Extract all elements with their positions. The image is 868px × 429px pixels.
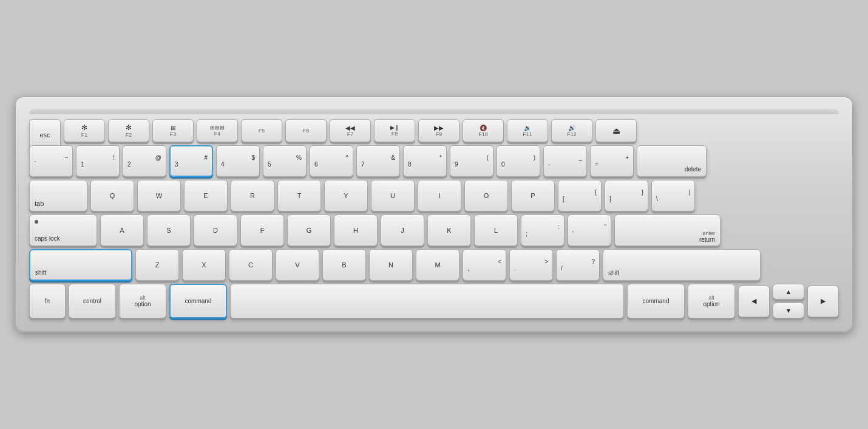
key-f10[interactable]: 🔇F10 — [463, 119, 504, 142]
key-shift-left[interactable]: shift — [29, 249, 132, 281]
key-f12[interactable]: 🔊F12 — [551, 119, 592, 142]
arrow-keys: ◀ ▲ ▼ ▶ — [738, 284, 839, 318]
tab-row: tab Q W E R T Y U I O P { [ } ] | \ — [29, 180, 839, 211]
key-comma[interactable]: < , — [463, 249, 506, 281]
key-fn[interactable]: fn — [29, 284, 66, 318]
key-rbracket[interactable]: } ] — [605, 180, 648, 211]
fn-row: esc ✻F1 ✻F2 ⊞F3 ⊞⊞⊞F4 F5 F6 ◀◀F7 ▶ ‖F8 ▶… — [29, 119, 839, 142]
keyboard: esc ✻F1 ✻F2 ⊞F3 ⊞⊞⊞F4 F5 F6 ◀◀F7 ▶ ‖F8 ▶… — [15, 97, 853, 332]
key-7[interactable]: & 7 — [356, 145, 400, 177]
key-e[interactable]: E — [184, 180, 228, 211]
key-f6[interactable]: F6 — [285, 119, 327, 142]
key-tab[interactable]: tab — [29, 180, 87, 211]
key-b[interactable]: B — [322, 249, 366, 281]
key-semicolon[interactable]: : ; — [521, 214, 565, 246]
key-minus[interactable]: _ - — [543, 145, 587, 177]
key-arrow-down[interactable]: ▼ — [773, 303, 804, 318]
key-m[interactable]: M — [416, 249, 459, 281]
key-period[interactable]: > . — [509, 249, 553, 281]
keyboard-rows: esc ✻F1 ✻F2 ⊞F3 ⊞⊞⊞F4 F5 F6 ◀◀F7 ▶ ‖F8 ▶… — [29, 119, 839, 318]
key-0[interactable]: ) 0 — [497, 145, 540, 177]
key-w[interactable]: W — [137, 180, 181, 211]
key-control[interactable]: control — [69, 284, 116, 318]
key-6[interactable]: ^ 6 — [310, 145, 353, 177]
caps-row: caps lock A S D F G H J K L : ; " ' ente… — [29, 214, 839, 246]
shift-row: shift Z X C V B N M < , > . ? / shift — [29, 249, 839, 281]
key-o[interactable]: O — [464, 180, 508, 211]
key-4[interactable]: $ 4 — [216, 145, 260, 177]
keyboard-top-bar — [29, 108, 839, 114]
key-eject[interactable]: ⏏ — [595, 119, 637, 142]
key-1[interactable]: ! 1 — [76, 145, 120, 177]
key-f4[interactable]: ⊞⊞⊞F4 — [197, 119, 238, 142]
key-a[interactable]: A — [100, 214, 144, 246]
key-esc-label: esc — [39, 131, 50, 139]
key-y[interactable]: Y — [324, 180, 368, 211]
key-h[interactable]: H — [334, 214, 378, 246]
key-arrow-up[interactable]: ▲ — [773, 284, 804, 300]
key-caps-lock[interactable]: caps lock — [29, 214, 97, 246]
key-s[interactable]: S — [147, 214, 191, 246]
key-n[interactable]: N — [369, 249, 413, 281]
bottom-row: fn control alt option command command al… — [29, 284, 839, 318]
key-equal[interactable]: + = — [590, 145, 634, 177]
key-space[interactable] — [230, 284, 624, 318]
key-5[interactable]: % 5 — [263, 145, 307, 177]
key-command-right[interactable]: command — [627, 284, 685, 318]
key-8[interactable]: * 8 — [403, 145, 447, 177]
key-f2[interactable]: ✻F2 — [108, 119, 149, 142]
key-option-left[interactable]: alt option — [119, 284, 166, 318]
key-9[interactable]: ( 9 — [450, 145, 493, 177]
key-f7[interactable]: ◀◀F7 — [330, 119, 371, 142]
key-delete[interactable]: delete — [637, 145, 707, 177]
key-option-right[interactable]: alt option — [688, 284, 735, 318]
key-f11[interactable]: 🔉F11 — [507, 119, 548, 142]
key-enter[interactable]: enter return — [614, 214, 721, 246]
key-f9[interactable]: ▶▶F9 — [418, 119, 459, 142]
key-f5[interactable]: F5 — [241, 119, 282, 142]
key-slash[interactable]: ? / — [556, 249, 600, 281]
key-i[interactable]: I — [418, 180, 461, 211]
key-t[interactable]: T — [277, 180, 321, 211]
key-quote[interactable]: " ' — [568, 214, 611, 246]
key-arrow-right[interactable]: ▶ — [807, 286, 839, 317]
key-shift-right[interactable]: shift — [603, 249, 761, 281]
key-lbracket[interactable]: { [ — [558, 180, 602, 211]
key-arrow-left[interactable]: ◀ — [738, 286, 770, 317]
key-f8[interactable]: ▶ ‖F8 — [374, 119, 415, 142]
key-3[interactable]: # 3 — [169, 145, 213, 177]
key-q[interactable]: Q — [90, 180, 134, 211]
key-2[interactable]: @ 2 — [123, 145, 166, 177]
key-u[interactable]: U — [371, 180, 415, 211]
key-f1[interactable]: ✻F1 — [64, 119, 105, 142]
key-v[interactable]: V — [276, 249, 319, 281]
key-backslash[interactable]: | \ — [651, 180, 695, 211]
caps-lock-led — [35, 220, 38, 224]
key-x[interactable]: X — [182, 249, 226, 281]
key-g[interactable]: G — [287, 214, 331, 246]
key-r[interactable]: R — [231, 180, 274, 211]
key-command-left[interactable]: command — [169, 284, 227, 318]
key-f[interactable]: F — [240, 214, 284, 246]
key-c[interactable]: C — [229, 249, 273, 281]
key-j[interactable]: J — [381, 214, 424, 246]
key-p[interactable]: P — [511, 180, 555, 211]
arrow-up-down: ▲ ▼ — [773, 284, 804, 318]
key-l[interactable]: L — [474, 214, 518, 246]
key-k[interactable]: K — [427, 214, 471, 246]
key-z[interactable]: Z — [135, 249, 179, 281]
key-d[interactable]: D — [194, 214, 237, 246]
number-row: ~ ` ! 1 @ 2 # 3 $ 4 % 5 — [29, 145, 839, 177]
key-f3[interactable]: ⊞F3 — [152, 119, 194, 142]
key-tilde[interactable]: ~ ` — [29, 145, 73, 177]
